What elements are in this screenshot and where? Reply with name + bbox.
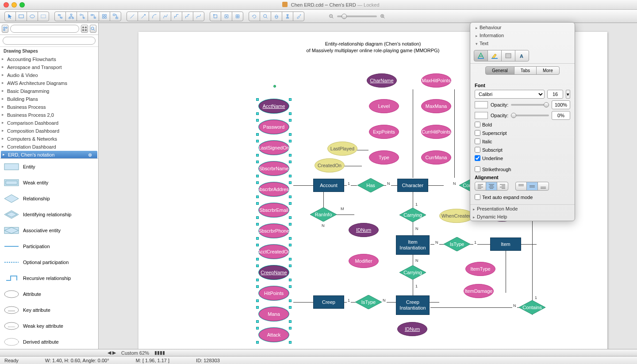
erd-attribute[interactable]: MaxHitPoints xyxy=(421,73,451,88)
rectangle-tool[interactable] xyxy=(15,11,27,21)
erd-relationship-carrying2[interactable]: Carrying xyxy=(399,265,426,280)
curve-tool[interactable] xyxy=(149,11,160,21)
sidebar-search-input[interactable] xyxy=(10,25,79,33)
erd-key-attribute[interactable]: IDNum xyxy=(349,223,379,237)
valign-bottom-button[interactable] xyxy=(537,182,549,191)
erd-attribute[interactable]: ItemType xyxy=(465,262,495,276)
ellipse-tool[interactable] xyxy=(27,11,38,21)
erd-derived-attribute[interactable]: CreatedOn xyxy=(315,158,345,172)
erd-attribute[interactable]: CurrHitPoints xyxy=(421,125,451,139)
close-window-button[interactable] xyxy=(4,2,9,8)
erd-attribute[interactable]: SbscrbrName xyxy=(259,161,289,176)
bezier-tool[interactable] xyxy=(193,11,204,21)
zoom-level[interactable]: Custom 62% xyxy=(121,350,149,356)
palette-weak-entity[interactable]: Weak entity xyxy=(0,175,98,191)
erd-entity-creep-instantiation[interactable]: Creep Instantiation xyxy=(396,295,430,315)
inspector-panel[interactable]: Behaviour Information Text A General Tab… xyxy=(470,22,575,221)
erd-attribute[interactable]: SbscrbrPhone xyxy=(259,224,289,238)
round-elbow-tool[interactable] xyxy=(182,11,193,21)
align-right-button[interactable] xyxy=(497,182,508,191)
connector[interactable] xyxy=(413,89,413,178)
erd-attribute[interactable]: ItemDamage xyxy=(464,284,494,298)
inspector-section-presentation[interactable]: Presentation Mode xyxy=(470,205,575,213)
library-toggle-icon[interactable] xyxy=(2,25,8,33)
connector[interactable] xyxy=(506,271,506,293)
refresh-tool[interactable] xyxy=(249,11,260,21)
opacity-slider-2[interactable] xyxy=(511,115,549,116)
bold-checkbox[interactable]: Bold xyxy=(475,122,522,127)
library-filter-input[interactable] xyxy=(3,37,96,45)
erd-entity-item[interactable]: Item xyxy=(490,238,521,251)
inspector-section-information[interactable]: Information xyxy=(473,31,572,39)
erd-attribute[interactable]: Attack xyxy=(259,328,289,342)
text-box-icon[interactable] xyxy=(501,50,515,61)
inspector-section-dynamic-help[interactable]: Dynamic Help xyxy=(470,213,575,221)
palette-participation[interactable]: Participation xyxy=(0,238,98,254)
opacity-slider[interactable] xyxy=(511,104,549,106)
erd-relationship-raninfo[interactable]: RanInfo xyxy=(310,207,337,222)
erd-key-attribute[interactable]: CreepName xyxy=(259,265,289,280)
opacity-value[interactable] xyxy=(552,100,570,109)
auto-expand-checkbox[interactable]: Text auto expand mode xyxy=(475,194,570,200)
flow-tool[interactable] xyxy=(110,11,121,21)
tree-tool-3[interactable] xyxy=(77,11,88,21)
chain-tool[interactable] xyxy=(88,11,99,21)
spline-tool[interactable] xyxy=(160,11,171,21)
view-mode-list-icon[interactable] xyxy=(81,25,88,33)
align-center-button[interactable] xyxy=(486,182,497,191)
connector[interactable] xyxy=(506,249,506,271)
erd-attribute[interactable]: ExpPoints xyxy=(369,125,399,139)
grid-tool[interactable] xyxy=(99,11,110,21)
palette-associative-entity[interactable]: Associative entity xyxy=(0,222,98,238)
erd-attribute[interactable]: LastSignedOn xyxy=(259,141,289,155)
arrow-tool[interactable] xyxy=(138,11,149,21)
library-item[interactable]: Business Process xyxy=(0,103,98,111)
erd-attribute[interactable]: Password xyxy=(259,120,289,134)
library-item[interactable]: Basic Diagramming xyxy=(0,87,98,95)
line-tool[interactable] xyxy=(127,11,138,21)
erd-relationship-carrying[interactable]: Carrying xyxy=(399,208,426,222)
erd-relationship-istype[interactable]: IsType xyxy=(444,237,470,251)
library-item[interactable]: Business Process 2,0 xyxy=(0,111,98,119)
italic-checkbox[interactable]: Italic xyxy=(475,138,522,144)
text-fill-icon[interactable] xyxy=(474,50,488,61)
outline-color-swatch[interactable] xyxy=(475,112,488,119)
erd-key-attribute[interactable]: CharName xyxy=(367,73,397,88)
erd-entity-character[interactable]: Character xyxy=(397,179,428,192)
erd-attribute[interactable]: Type xyxy=(369,150,399,165)
palette-entity[interactable]: Entity xyxy=(0,159,98,175)
snap-tool-1[interactable] xyxy=(210,11,221,21)
font-select[interactable]: Calibri xyxy=(475,90,545,99)
snap-tool-3[interactable] xyxy=(232,11,243,21)
font-size-stepper[interactable]: ▾ xyxy=(566,90,570,99)
pointer-tool[interactable] xyxy=(4,11,16,21)
erd-derived-attribute[interactable]: LastPlayed xyxy=(327,142,357,156)
erd-entity-item-instantiation[interactable]: Item Instantiation xyxy=(396,235,430,255)
text-highlight-icon[interactable] xyxy=(487,50,502,61)
connector[interactable] xyxy=(454,89,455,178)
inspector-section-behaviour[interactable]: Behaviour xyxy=(473,23,572,31)
stamp-tool[interactable] xyxy=(282,11,293,21)
zoom-slider[interactable] xyxy=(328,13,386,19)
inspector-tab-tabs[interactable]: Tabs xyxy=(514,66,537,75)
library-item[interactable]: Composition Dashboard xyxy=(0,127,98,135)
erd-attribute[interactable]: Level xyxy=(369,99,399,113)
erd-attribute[interactable]: SbscrbrEmail xyxy=(259,203,289,217)
inspector-tab-general[interactable]: General xyxy=(485,66,514,75)
library-item[interactable]: Computers & Networks xyxy=(0,135,98,143)
library-item[interactable]: AWS Architecture Diagrams xyxy=(0,79,98,87)
erd-entity-account[interactable]: Account xyxy=(313,179,344,192)
erd-attribute[interactable]: CurrMana xyxy=(421,150,451,165)
erd-key-attribute[interactable]: IDNum xyxy=(397,322,427,336)
opacity-value-2[interactable] xyxy=(552,111,570,120)
erd-attribute[interactable]: Mana xyxy=(259,307,289,321)
library-item[interactable]: Correlation Dashboard xyxy=(0,143,98,151)
library-item[interactable]: Building Plans xyxy=(0,95,98,103)
text-tool[interactable] xyxy=(38,11,49,21)
palette-derived-attribute[interactable]: Derived attribute xyxy=(0,334,98,349)
tree-tool-1[interactable] xyxy=(54,11,66,21)
underline-checkbox[interactable]: Underline xyxy=(475,155,522,161)
elbow-tool[interactable] xyxy=(171,11,182,21)
search-icon[interactable] xyxy=(90,25,96,33)
palette-key-attribute[interactable]: Key attribute xyxy=(0,302,98,318)
